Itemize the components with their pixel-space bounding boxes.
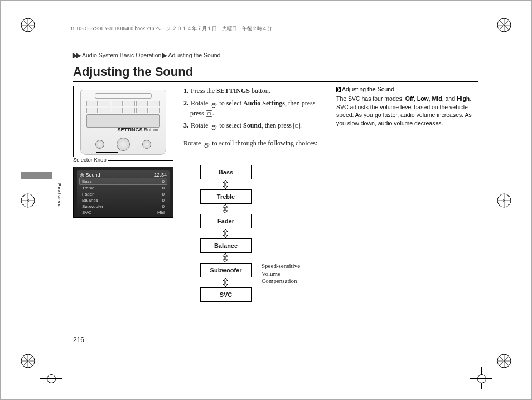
up-down-arrow-icon xyxy=(200,253,250,263)
up-down-arrow-icon xyxy=(200,204,250,214)
step-text: Rotate xyxy=(191,99,210,107)
step-text: button. xyxy=(250,87,270,95)
step-bold: Sound xyxy=(243,121,262,129)
step-text: . xyxy=(212,109,214,117)
option-flow: Bass Treble Fader Balance Subwoofer SVC … xyxy=(183,165,323,302)
up-down-arrow-icon xyxy=(200,228,250,238)
step-text: Rotate xyxy=(191,121,210,129)
middle-column: 1.Press the SETTINGS button. 2.Rotate to… xyxy=(183,86,326,302)
content-area: SETTINGS Button Selector Knob ◎ Sound 12… xyxy=(73,86,478,302)
section-tab xyxy=(21,172,52,179)
step-bold: Audio Settings xyxy=(243,99,285,107)
step-text: to select xyxy=(217,99,243,107)
step-text: to scroll through the following choices: xyxy=(210,139,317,147)
option-box: Bass xyxy=(200,165,252,179)
section-tab-label: Features xyxy=(56,183,62,207)
dashboard-diagram: SETTINGS Button Selector Knob xyxy=(73,86,173,161)
registration-mark-icon xyxy=(20,193,36,208)
breadcrumb-arrow-icon: ▶ xyxy=(162,52,166,58)
selector-knob-callout: Selector Knob xyxy=(72,157,108,163)
page-title: Adjusting the Sound xyxy=(73,65,193,79)
up-down-arrow-icon xyxy=(200,277,250,287)
screen-clock: 12:34 xyxy=(154,172,167,178)
registration-mark-icon xyxy=(496,193,512,208)
step-text: Rotate xyxy=(183,139,202,147)
rotate-dial-icon xyxy=(210,101,217,106)
svg-point-6 xyxy=(212,104,215,108)
header-rule xyxy=(62,37,487,37)
page-number: 216 xyxy=(73,336,84,344)
instruction-steps: 1.Press the SETTINGS button. 2.Rotate to… xyxy=(183,86,323,148)
running-header: 15 US ODYSSEY-31TK86400.book 216 ページ ２０１… xyxy=(70,26,272,32)
sidebar-body: The SVC has four modes: Off, Low, Mid, a… xyxy=(336,95,478,128)
screen-row-label: Fader xyxy=(82,191,94,197)
screen-row-value: Mid xyxy=(157,209,165,216)
step-text: , then press xyxy=(285,99,315,107)
svg-point-8 xyxy=(205,144,208,148)
step-text: Press the xyxy=(191,87,216,95)
screen-row-value: 0 xyxy=(162,178,165,184)
knob-icon xyxy=(95,140,104,149)
screen-diagram: ◎ Sound 12:34 Bass0 Treble0 Fader0 Balan… xyxy=(73,167,173,218)
knob-icon xyxy=(142,140,151,149)
screen-row-value: 0 xyxy=(162,191,165,197)
screen-row-label: Treble xyxy=(82,185,94,191)
leader-line xyxy=(123,134,140,134)
note-mark-icon: ❯ xyxy=(336,87,341,92)
svg-point-7 xyxy=(212,126,215,130)
screen-row-value: 0 xyxy=(162,185,165,191)
rotate-dial-icon xyxy=(202,141,210,147)
up-down-arrow-icon xyxy=(200,179,250,189)
step-text: . xyxy=(300,121,302,129)
option-box: Balance xyxy=(200,238,252,253)
screen-title: ◎ Sound xyxy=(80,172,100,178)
option-box: Treble xyxy=(200,189,252,204)
sidebar-note: ❯Adjusting the Sound The SVC has four mo… xyxy=(336,86,478,302)
breadcrumb-part: Audio System Basic Operation xyxy=(82,52,161,58)
sidebar-heading: ❯Adjusting the Sound xyxy=(336,86,478,92)
step-text: , then press xyxy=(262,121,293,129)
screen-row-label: Balance xyxy=(82,197,98,203)
option-box: SVC xyxy=(200,287,252,302)
selector-knob-icon xyxy=(117,138,130,151)
breadcrumb-arrow-icon: ▶▶ xyxy=(73,52,80,58)
press-knob-icon xyxy=(206,110,212,117)
crop-mark-icon xyxy=(40,367,62,389)
manual-page: 15 US ODYSSEY-31TK86400.book 216 ページ ２０１… xyxy=(0,0,532,400)
left-column: SETTINGS Button Selector Knob ◎ Sound 12… xyxy=(73,86,173,302)
rotate-dial-icon xyxy=(210,123,217,129)
screen-row-label: Bass xyxy=(82,178,92,184)
screen-row-value: 0 xyxy=(162,203,165,209)
breadcrumb: ▶▶Audio System Basic Operation▶Adjusting… xyxy=(73,52,220,58)
registration-mark-icon xyxy=(20,17,36,33)
footer-rule xyxy=(62,348,487,348)
screen-row-label: SVC xyxy=(82,209,91,216)
breadcrumb-part: Adjusting the Sound xyxy=(168,52,220,58)
screen-row-label: Subwoofer xyxy=(82,203,103,209)
option-box: Subwoofer xyxy=(200,263,252,277)
svc-caption: Speed-sensitive Volume Compensation xyxy=(262,262,317,285)
crop-mark-icon xyxy=(470,367,492,389)
option-box: Fader xyxy=(200,214,252,228)
title-rule xyxy=(73,81,478,82)
screen-row-value: 0 xyxy=(162,197,165,203)
press-knob-icon xyxy=(293,123,300,129)
step-text: to select xyxy=(217,121,243,129)
step-bold: SETTINGS xyxy=(216,87,250,95)
registration-mark-icon xyxy=(496,353,512,369)
registration-mark-icon xyxy=(496,17,512,33)
leader-line xyxy=(96,152,118,153)
settings-button-callout: SETTINGS Button xyxy=(117,127,158,133)
registration-mark-icon xyxy=(20,353,36,369)
